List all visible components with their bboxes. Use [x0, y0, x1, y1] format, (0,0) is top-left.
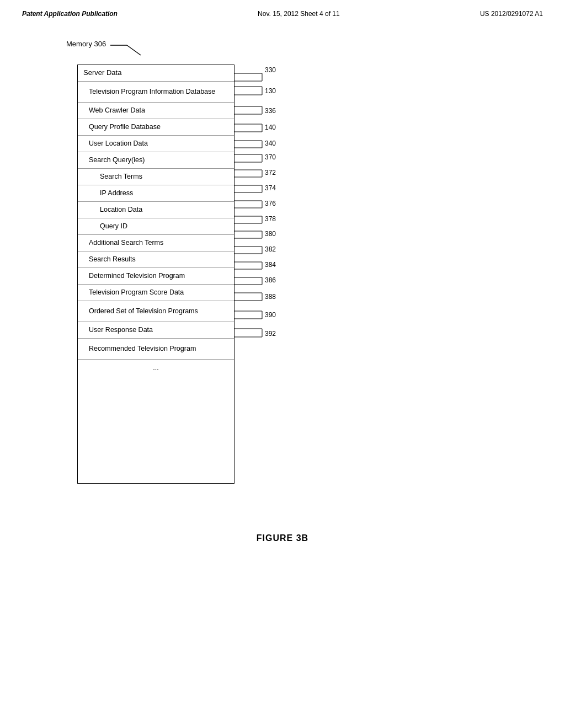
row-dots: ...: [78, 360, 234, 376]
patent-number: US 2012/0291072 A1: [480, 10, 543, 18]
row-query-id: Query ID: [78, 218, 234, 235]
recommended-tv-label: Recommended Television Program: [89, 344, 196, 353]
svg-text:372: 372: [265, 169, 276, 176]
search-results-label: Search Results: [89, 255, 136, 264]
row-tv-info-db: Television Program Information Database: [78, 82, 234, 103]
sheet-info: Nov. 15, 2012 Sheet 4 of 11: [258, 10, 340, 18]
query-id-label: Query ID: [100, 222, 127, 231]
determined-tv-label: Determined Television Program: [89, 271, 185, 280]
web-crawler-label: Web Crawler Data: [89, 106, 145, 115]
row-ordered-set: Ordered Set of Television Programs: [78, 301, 234, 322]
diagram-area: Memory 306 Server Data Television Progra…: [0, 23, 565, 500]
row-tv-score: Television Program Score Data: [78, 285, 234, 301]
svg-text:374: 374: [265, 184, 276, 192]
svg-text:390: 390: [265, 311, 276, 319]
row-query-profile: Query Profile Database: [78, 119, 234, 136]
ip-address-label: IP Address: [100, 189, 133, 197]
dots-label: ...: [153, 363, 158, 372]
svg-text:378: 378: [265, 215, 276, 223]
row-search-terms: Search Terms: [78, 169, 234, 185]
svg-text:382: 382: [265, 245, 276, 253]
svg-text:386: 386: [265, 276, 276, 284]
svg-text:340: 340: [265, 140, 276, 147]
svg-text:336: 336: [265, 107, 276, 115]
row-search-results: Search Results: [78, 251, 234, 268]
svg-text:380: 380: [265, 230, 276, 238]
svg-text:130: 130: [265, 87, 276, 95]
row-ip-address: IP Address: [78, 185, 234, 202]
location-data-label: Location Data: [100, 205, 142, 214]
row-user-response: User Response Data: [78, 322, 234, 339]
publication-label: Patent Application Publication: [22, 10, 118, 18]
svg-text:330: 330: [265, 66, 276, 74]
server-data-box: Server Data Television Program Informati…: [77, 65, 234, 484]
tv-score-label: Television Program Score Data: [89, 288, 184, 297]
reference-labels-svg: 330 130 336 140 340 370: [234, 65, 301, 484]
ordered-set-label: Ordered Set of Television Programs: [89, 307, 198, 315]
row-web-crawler: Web Crawler Data: [78, 103, 234, 119]
memory-label: Memory 306: [66, 40, 106, 48]
search-queries-label: Search Query(ies): [89, 156, 145, 164]
user-location-label: User Location Data: [89, 139, 148, 148]
page-header: Patent Application Publication Nov. 15, …: [0, 0, 565, 23]
row-location-data: Location Data: [78, 202, 234, 218]
figure-caption: FIGURE 3B: [0, 533, 565, 543]
row-additional-search: Additional Search Terms: [78, 235, 234, 251]
additional-search-label: Additional Search Terms: [89, 238, 163, 247]
row-recommended-tv: Recommended Television Program: [78, 339, 234, 360]
row-determined-tv: Determined Television Program: [78, 268, 234, 285]
search-terms-label: Search Terms: [100, 172, 142, 181]
server-data-header: Server Data: [78, 65, 234, 82]
svg-text:384: 384: [265, 261, 276, 269]
svg-text:140: 140: [265, 124, 276, 131]
query-profile-label: Query Profile Database: [89, 122, 161, 131]
svg-line-1: [127, 45, 141, 55]
svg-text:392: 392: [265, 330, 276, 338]
svg-text:370: 370: [265, 153, 276, 161]
row-search-queries: Search Query(ies): [78, 152, 234, 169]
memory-bracket-svg: [110, 40, 143, 56]
svg-text:376: 376: [265, 200, 276, 207]
user-response-label: User Response Data: [89, 325, 153, 334]
svg-text:388: 388: [265, 293, 276, 301]
row-user-location: User Location Data: [78, 136, 234, 152]
tv-info-db-label: Television Program Information Database: [89, 87, 215, 96]
